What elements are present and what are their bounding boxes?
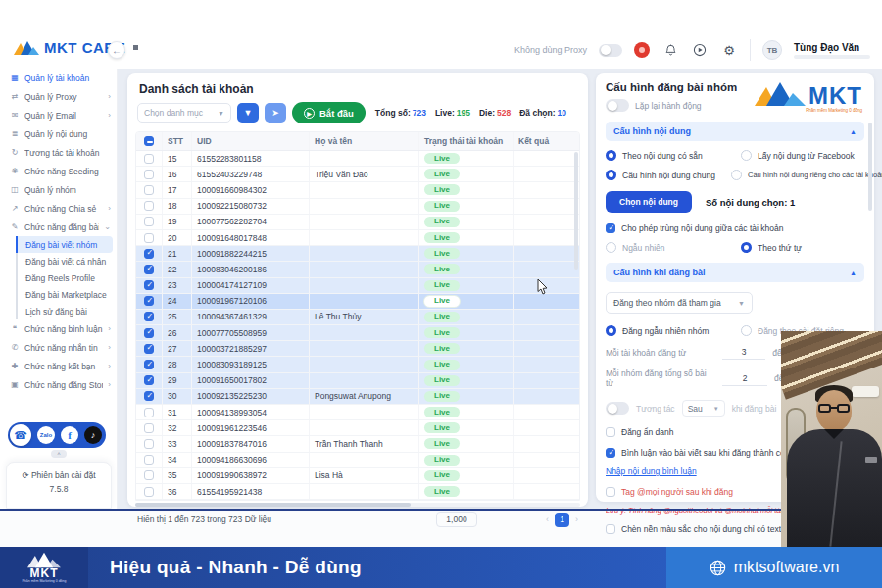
sidebar-collapse-button[interactable]: ← — [108, 41, 125, 59]
row-checkbox[interactable] — [144, 391, 154, 401]
per-group-from-input[interactable]: 2 — [722, 371, 767, 386]
category-select[interactable]: Chọn danh mục▼ — [137, 103, 231, 122]
sidebar-item-chuc-nang-dang-bai[interactable]: ✎ Chức năng đăng bài ⌄ — [0, 218, 117, 236]
page-size-select[interactable]: 1,000 — [436, 512, 477, 527]
row-checkbox[interactable] — [144, 249, 154, 259]
comment-content-link[interactable]: Nhập nội dung bình luận — [606, 466, 697, 476]
start-button[interactable]: ▶ Bắt đầu — [292, 102, 366, 123]
sidebar-item-chuc-nang-ket-ban[interactable]: ✚ Chức năng kết bạn › — [0, 357, 117, 375]
group-mode-select[interactable]: Đăng theo nhóm đã tham gia▼ — [606, 292, 753, 314]
table-row[interactable]: 18 100092215080732 Live — [136, 199, 579, 215]
table-row[interactable]: 21 100091882244215 Live — [136, 246, 579, 262]
facebook-icon[interactable]: f — [61, 426, 78, 444]
bell-icon[interactable] — [662, 41, 679, 59]
interact-timing-select[interactable]: Sau▼ — [682, 400, 725, 416]
radio-content-available[interactable] — [606, 150, 616, 161]
radio-custom-group[interactable] — [741, 325, 752, 336]
row-checkbox[interactable] — [144, 408, 154, 417]
row-checkbox[interactable] — [144, 344, 154, 354]
row-checkbox[interactable] — [144, 170, 154, 179]
table-row[interactable]: 33 100091837847016 Trần Thanh Thanh Live — [136, 436, 579, 452]
proxy-toggle[interactable] — [599, 44, 622, 57]
header-status[interactable]: Trạng thái tài khoản↑ — [418, 132, 513, 150]
sidebar-item-chuc-nang-chia-se[interactable]: ↗ Chức năng Chia sẻ › — [0, 199, 117, 218]
sidebar-item-quan-ly-email[interactable]: ✉ Quản lý Email › — [0, 106, 117, 124]
table-row[interactable]: 23 100004174127109 Live — [136, 278, 579, 294]
sidebar-item-quan-ly-noi-dung[interactable]: ≣ Quản lý nội dung — [0, 124, 117, 143]
record-status-icon[interactable] — [634, 42, 650, 58]
table-row[interactable]: 25 100094367461329 Lê Thu Thủy Live — [136, 310, 579, 325]
table-row[interactable]: 27 100003721885297 Live — [136, 341, 579, 357]
current-page-button[interactable]: 1 — [555, 513, 569, 527]
table-row[interactable]: 20 100091648017848 Live — [136, 230, 579, 246]
header-name[interactable]: Họ và tên — [309, 132, 418, 150]
website-block[interactable]: mktsoftware.vn — [666, 547, 882, 588]
table-row[interactable]: 15 61552283801158 Live — [136, 151, 579, 167]
sidebar-item-chuc-nang-dang-story[interactable]: ▣ Chức năng đăng Story › — [0, 375, 117, 394]
sidebar-item-chuc-nang-nhan-tin[interactable]: ✆ Chức năng nhắn tin › — [0, 338, 117, 357]
radio-content-separate[interactable] — [731, 170, 742, 180]
sidebar-subitem[interactable]: Đăng bài viết cá nhân — [16, 253, 113, 270]
radio-random-group[interactable] — [606, 325, 616, 336]
background-color-checkbox[interactable] — [606, 524, 615, 534]
choose-content-button[interactable]: Chọn nội dung — [606, 191, 692, 213]
sidebar-item-quan-ly-nhom[interactable]: ◫ Quản lý nhóm — [0, 180, 117, 199]
row-checkbox[interactable] — [144, 280, 154, 290]
table-row[interactable]: 29 100091650017802 Live — [136, 373, 579, 389]
radio-content-common[interactable] — [606, 170, 616, 180]
row-checkbox[interactable] — [144, 439, 154, 449]
comment-after-checkbox[interactable] — [606, 448, 615, 458]
horizontal-scrollbar[interactable] — [135, 503, 580, 507]
table-row[interactable]: 36 61554195921438 Live — [136, 484, 579, 500]
table-row[interactable]: 19 100077562282704 Live — [136, 215, 579, 230]
sidebar-subitem[interactable]: Đăng bài Marketplace — [16, 286, 113, 303]
allow-duplicate-checkbox[interactable] — [606, 223, 615, 233]
table-row[interactable]: 26 100077705508959 Live — [136, 325, 579, 341]
row-checkbox[interactable] — [144, 487, 154, 497]
row-checkbox[interactable] — [144, 360, 154, 369]
row-checkbox[interactable] — [144, 375, 154, 385]
header-uid[interactable]: UID — [191, 132, 309, 150]
loop-action-toggle[interactable] — [606, 99, 629, 112]
tiktok-icon[interactable]: ♪ — [84, 426, 102, 444]
interact-toggle[interactable] — [606, 402, 629, 415]
radio-content-facebook[interactable] — [741, 150, 752, 161]
table-row[interactable]: 16 61552403229748 Triệu Văn Đao Live — [136, 167, 579, 182]
filter-button[interactable]: ▼ — [237, 103, 259, 122]
table-row[interactable]: 32 100091961223546 Live — [136, 420, 579, 436]
sidebar-subitem[interactable]: Đăng Reels Profile — [16, 270, 113, 286]
user-info[interactable]: Tùng Đạo Văn — [794, 42, 870, 59]
table-row[interactable]: 34 100094186630696 Live — [136, 453, 579, 468]
sidebar-item-chuc-nang-seeding[interactable]: ❋ Chức năng Seeding — [0, 162, 117, 180]
table-row[interactable]: 30 100092135225230 Pongsuwat Anupong Liv… — [136, 389, 579, 405]
row-checkbox[interactable] — [144, 423, 154, 433]
gear-icon[interactable]: ⚙ — [720, 41, 738, 59]
row-checkbox[interactable] — [144, 455, 154, 465]
header-stt[interactable]: STT — [162, 132, 191, 150]
row-checkbox[interactable] — [144, 233, 154, 243]
row-checkbox[interactable] — [144, 217, 154, 226]
header-result[interactable]: Kết quả — [513, 132, 579, 150]
row-checkbox[interactable] — [144, 154, 154, 164]
support-headset-icon[interactable]: ☎ — [10, 424, 31, 446]
select-all-checkbox[interactable] — [144, 136, 154, 146]
sidebar-item-quan-ly-proxy[interactable]: ⇄ Quản lý Proxy › — [0, 87, 117, 106]
sidebar-item-chuc-nang-binh-luan[interactable]: ❝ Chức năng bình luận › — [0, 319, 117, 338]
row-checkbox[interactable] — [144, 265, 154, 274]
avatar[interactable]: TB — [762, 40, 782, 60]
table-row[interactable]: 31 100094138993054 Live — [136, 405, 579, 420]
row-checkbox[interactable] — [144, 328, 154, 338]
play-circle-icon[interactable] — [691, 41, 709, 59]
sidebar-subitem[interactable]: Đăng bài viết nhóm — [16, 236, 113, 253]
send-button[interactable]: ➤ — [265, 103, 286, 122]
prev-page-button[interactable]: ‹ — [546, 514, 549, 524]
sidebar-item-tuong-tac-tai-khoan[interactable]: ↻ Tương tác tài khoản — [0, 143, 117, 162]
anonymous-checkbox[interactable] — [606, 427, 615, 437]
posting-section-header[interactable]: Cấu hình khi đăng bài▲ — [606, 263, 864, 282]
panel-scrollbar[interactable] — [868, 122, 872, 211]
per-account-from-input[interactable]: 3 — [722, 345, 765, 360]
row-checkbox[interactable] — [144, 296, 154, 306]
table-row[interactable]: 22 100083046200186 Live — [136, 262, 579, 277]
table-row[interactable]: 35 100091990638972 Lisa Hà Live — [136, 468, 579, 484]
collapse-caret-icon[interactable]: ˄ — [51, 450, 67, 458]
